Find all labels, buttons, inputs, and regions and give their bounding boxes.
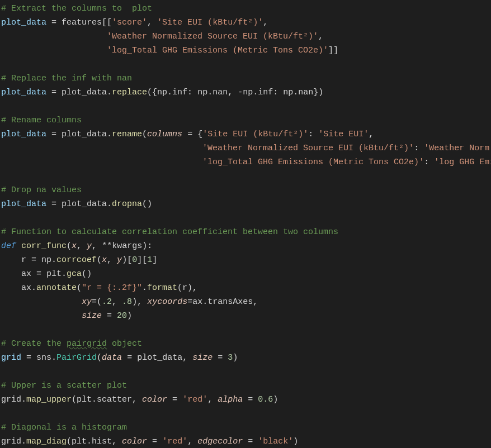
code-line[interactable]: # Replace the inf with nan [1, 72, 491, 85]
code-line[interactable]: plot_data = plot_data.dropna() [1, 197, 491, 211]
code-line[interactable]: plot_data = plot_data.rename(columns = {… [1, 127, 491, 141]
token: plt. [41, 269, 67, 279]
token: grid. [1, 395, 26, 404]
token: y [117, 255, 122, 265]
token: ]] [328, 46, 338, 55]
code-line[interactable]: # Upper is a scatter plot [1, 379, 491, 393]
code-line[interactable]: 'log_Total GHG Emissions (Metric Tons CO… [1, 155, 491, 169]
code-line[interactable]: # Function to calculate correlation coef… [1, 225, 491, 239]
token [21, 353, 26, 363]
token [167, 395, 172, 404]
token: () [82, 269, 92, 279]
code-line[interactable] [1, 58, 491, 72]
token [46, 199, 51, 209]
token: 'Weather Normalized Source EUI (kBtu/ft²… [202, 144, 414, 153]
code-line[interactable] [1, 169, 491, 183]
token: ({np.inf [147, 88, 187, 97]
code-line[interactable] [1, 211, 491, 225]
code-line[interactable]: def corr_func(x, y, **kwargs): [1, 239, 491, 253]
code-line[interactable]: ax.annotate("r = {:.2f}".format(r), [1, 281, 491, 295]
code-line[interactable]: # Extract the columns to plot [1, 2, 491, 16]
token: 3 [228, 353, 233, 363]
code-line[interactable]: # Rename columns [1, 113, 491, 127]
token: size [82, 311, 102, 321]
token: : [308, 130, 318, 139]
token: plot_data [1, 199, 46, 209]
token [177, 395, 182, 404]
token [46, 88, 51, 97]
token: ( [97, 255, 102, 265]
token: x [72, 241, 77, 251]
token: features[[ [56, 18, 112, 27]
token: ), [132, 297, 147, 307]
code-line[interactable]: xy=(.2, .8), xycoords=ax.transAxes, [1, 295, 491, 309]
token: size [192, 353, 213, 363]
code-line[interactable] [1, 407, 491, 421]
token: 'log GHG Emissions' [434, 158, 491, 167]
token: , [77, 241, 87, 251]
token: replace [112, 88, 147, 97]
token: : [424, 158, 434, 167]
code-line[interactable]: # Drop na values [1, 183, 491, 197]
token: # Create the [1, 339, 67, 349]
code-line[interactable]: size = 20) [1, 309, 491, 323]
code-line[interactable]: ax = plt.gca() [1, 267, 491, 281]
token: 'red' [162, 437, 187, 446]
token: PairGrid [56, 353, 97, 363]
code-line[interactable] [1, 99, 491, 113]
token [102, 311, 107, 321]
token: 'Site EUI (kBtu/ft²)' [202, 130, 308, 139]
token [253, 395, 258, 404]
token: = [51, 88, 56, 97]
token: np.inf [243, 88, 273, 97]
token: , [207, 395, 218, 404]
token: : [147, 241, 152, 251]
token: , [263, 18, 268, 27]
token: map_diag [26, 437, 67, 446]
code-line[interactable] [1, 365, 491, 379]
code-line[interactable]: grid.map_upper(plt.scatter, color = 'red… [1, 393, 491, 407]
token: ) [273, 395, 278, 404]
token: 'log_Total GHG Emissions (Metric Tons CO… [107, 46, 328, 55]
token: grid [1, 353, 21, 363]
code-line[interactable]: plot_data = features[['score', 'Site EUI… [1, 16, 491, 30]
code-line[interactable]: 'Weather Normalized Source EUI (kBtu/ft²… [1, 141, 491, 155]
code-line[interactable] [1, 323, 491, 337]
token: . [142, 283, 147, 293]
code-line[interactable]: grid.map_diag(plt.hist, color = 'red', e… [1, 435, 491, 448]
token: columns [147, 130, 182, 139]
code-line[interactable]: # Create the pairgrid object [1, 337, 491, 351]
token: plot_data. [56, 199, 112, 209]
token [46, 130, 51, 139]
token: rename [112, 130, 142, 139]
code-line[interactable]: 'log_Total GHG Emissions (Metric Tons CO… [1, 44, 491, 58]
token: sns. [31, 353, 56, 363]
token: def [1, 241, 16, 251]
token: .8 [122, 297, 132, 307]
token [253, 437, 258, 446]
token: corrcoef [56, 255, 97, 265]
token: 'red' [182, 395, 207, 404]
token: , [369, 130, 379, 139]
token: format [147, 283, 177, 293]
code-line[interactable]: # Diagonal is a histogram [1, 421, 491, 435]
code-editor[interactable]: # Extract the columns to plotplot_data =… [0, 0, 491, 448]
token: ) [233, 353, 238, 363]
token: 'black' [258, 437, 293, 446]
token: = [92, 297, 97, 307]
token: , [112, 297, 122, 307]
token: color [142, 395, 167, 404]
code-line[interactable]: grid = sns.PairGrid(data = plot_data, si… [1, 351, 491, 365]
code-line[interactable]: plot_data = plot_data.replace({np.inf: n… [1, 85, 491, 99]
code-line[interactable]: 'Weather Normalized Source EUI (kBtu/ft²… [1, 30, 491, 44]
token: , [92, 241, 102, 251]
token: = [172, 395, 177, 404]
token: grid. [1, 437, 26, 446]
token [1, 46, 107, 55]
token: annotate [36, 283, 77, 293]
token: ( [97, 297, 102, 307]
token [1, 158, 202, 167]
code-line[interactable]: r = np.corrcoef(x, y)[0][1] [1, 253, 491, 267]
token: **kwargs) [102, 241, 147, 251]
token: ) [293, 437, 298, 446]
